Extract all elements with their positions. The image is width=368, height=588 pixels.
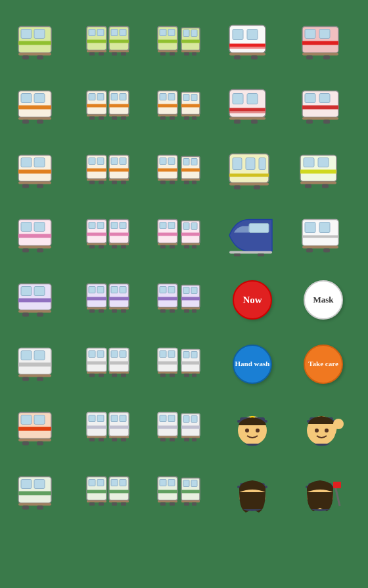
sticker-2-4[interactable] <box>223 77 282 136</box>
sticker-badge-handwash[interactable]: Hand wash <box>223 335 282 394</box>
sticker-officer-female-1[interactable] <box>223 463 282 522</box>
sticker-5-1[interactable] <box>10 270 69 329</box>
svg-rect-223 <box>183 287 189 294</box>
sticker-1-1[interactable] <box>10 13 69 72</box>
svg-rect-327 <box>109 490 129 494</box>
svg-rect-166 <box>109 243 129 245</box>
svg-rect-219 <box>160 287 166 293</box>
sticker-badge-now[interactable]: Now <box>223 270 282 329</box>
svg-rect-328 <box>111 480 118 486</box>
svg-rect-259 <box>191 352 197 358</box>
svg-rect-164 <box>120 222 126 229</box>
sticker-5-2[interactable] <box>81 270 140 329</box>
svg-rect-261 <box>181 372 200 374</box>
sticker-2-5[interactable] <box>294 77 353 136</box>
sticker-7-3[interactable] <box>152 399 211 458</box>
sticker-6-1[interactable] <box>10 335 69 394</box>
sticker-8-1[interactable] <box>10 463 69 522</box>
sticker-7-1[interactable] <box>10 399 69 458</box>
sticker-4-5[interactable] <box>294 206 353 265</box>
svg-rect-73 <box>160 94 166 100</box>
svg-rect-104 <box>18 182 51 184</box>
sticker-officer-2[interactable] <box>294 399 353 458</box>
sticker-6-2[interactable] <box>81 335 140 394</box>
sticker-2-2[interactable] <box>81 77 140 136</box>
sticker-2-1[interactable] <box>10 77 69 136</box>
sticker-officer-female-2[interactable] <box>294 463 353 522</box>
svg-rect-140 <box>229 183 269 186</box>
svg-rect-213 <box>89 310 95 313</box>
svg-rect-169 <box>112 245 117 249</box>
sticker-officer-1[interactable] <box>223 399 282 458</box>
svg-rect-38 <box>233 30 243 40</box>
sticker-5-3[interactable] <box>152 270 211 329</box>
svg-rect-210 <box>120 287 126 293</box>
sticker-4-4[interactable] <box>223 206 282 265</box>
svg-rect-272 <box>37 442 43 446</box>
svg-rect-346 <box>160 503 166 506</box>
svg-rect-49 <box>323 56 330 60</box>
sticker-3-5[interactable] <box>294 142 353 201</box>
svg-rect-180 <box>181 243 200 245</box>
sticker-4-1[interactable] <box>10 206 69 265</box>
sticker-1-5[interactable] <box>294 13 353 72</box>
svg-rect-268 <box>21 415 32 425</box>
svg-rect-51 <box>18 106 51 110</box>
sticker-2-3[interactable] <box>152 77 211 136</box>
svg-rect-30 <box>181 51 200 52</box>
svg-rect-40 <box>229 53 265 56</box>
svg-rect-20 <box>121 52 126 56</box>
svg-rect-345 <box>181 501 200 503</box>
svg-rect-159 <box>89 222 95 229</box>
sticker-3-4[interactable] <box>223 142 282 201</box>
sticker-3-2[interactable] <box>81 142 140 201</box>
sticker-1-3[interactable] <box>152 13 211 72</box>
sticker-7-2[interactable] <box>81 399 140 458</box>
svg-rect-193 <box>302 246 338 249</box>
sticker-4-3[interactable] <box>152 206 211 265</box>
sticker-badge-takecare[interactable]: Take care <box>294 335 353 394</box>
svg-rect-299 <box>184 438 189 442</box>
svg-rect-317 <box>21 480 32 489</box>
svg-rect-224 <box>191 287 197 294</box>
svg-rect-136 <box>229 174 269 177</box>
svg-rect-187 <box>234 254 241 257</box>
svg-rect-321 <box>37 506 43 510</box>
svg-rect-22 <box>158 40 177 43</box>
svg-rect-160 <box>97 222 104 229</box>
svg-rect-204 <box>87 297 106 301</box>
svg-rect-228 <box>170 310 175 313</box>
svg-rect-95 <box>305 94 315 103</box>
svg-rect-156 <box>37 249 43 253</box>
svg-rect-124 <box>168 158 175 165</box>
svg-rect-109 <box>89 158 95 165</box>
sticker-8-3[interactable] <box>152 463 211 522</box>
svg-rect-67 <box>89 117 95 120</box>
svg-rect-251 <box>121 374 126 377</box>
svg-rect-146 <box>318 158 329 167</box>
svg-rect-42 <box>251 56 258 60</box>
svg-point-312 <box>325 429 329 432</box>
svg-rect-77 <box>183 94 189 101</box>
sticker-1-2[interactable] <box>81 13 140 72</box>
sticker-3-1[interactable] <box>10 142 69 201</box>
svg-rect-283 <box>89 438 95 442</box>
svg-rect-79 <box>158 115 177 117</box>
svg-rect-240 <box>89 351 95 358</box>
svg-rect-341 <box>181 490 200 494</box>
svg-rect-241 <box>97 351 104 358</box>
sticker-4-2[interactable] <box>81 206 140 265</box>
takecare-line2: care <box>325 360 338 368</box>
svg-rect-282 <box>109 436 129 438</box>
sticker-8-2[interactable] <box>81 463 140 522</box>
svg-rect-220 <box>168 287 175 293</box>
sticker-1-4[interactable] <box>223 13 282 72</box>
svg-rect-98 <box>306 120 313 124</box>
sticker-badge-mask[interactable]: Mask <box>294 270 353 329</box>
sticker-6-3[interactable] <box>152 335 211 394</box>
svg-rect-192 <box>319 222 330 233</box>
sticker-3-3[interactable] <box>152 142 211 201</box>
svg-rect-230 <box>192 310 196 313</box>
svg-rect-54 <box>18 117 51 120</box>
takecare-badge: Take care <box>304 345 343 384</box>
